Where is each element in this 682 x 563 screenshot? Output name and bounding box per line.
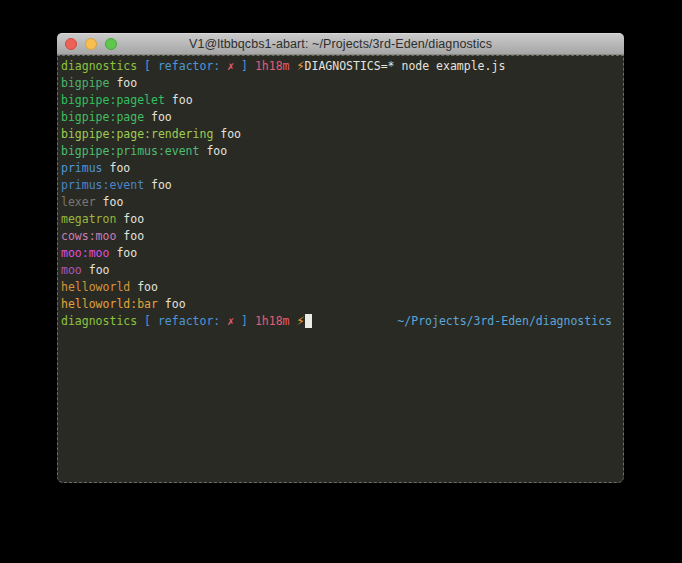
debug-line: cows:moo foo (61, 228, 620, 245)
debug-line: bigpipe:primus:event foo (61, 143, 620, 160)
debug-message: foo (165, 92, 193, 109)
prompt-line: diagnostics [ refactor: ✗ ] 1h18m ⚡~/Pro… (61, 313, 620, 330)
debug-message: foo (103, 160, 131, 177)
terminal-cursor (305, 314, 312, 328)
debug-message: foo (116, 211, 144, 228)
debug-message: foo (116, 228, 144, 245)
debug-line: helloworld foo (61, 279, 620, 296)
debug-line: bigpipe:page foo (61, 109, 620, 126)
lightning-bolt-icon: ⚡ (296, 58, 304, 75)
debug-namespace: helloworld (61, 279, 130, 296)
terminal-window: V1@ltbbqcbs1-abart: ~/Projects/3rd-Eden/… (57, 33, 624, 483)
debug-message: foo (96, 194, 124, 211)
debug-namespace: bigpipe:page:rendering (61, 126, 213, 143)
prompt-duration: 1h18m (255, 313, 297, 330)
prompt-dirty-mark: ✗ (227, 313, 234, 330)
terminal-screen[interactable]: diagnostics [ refactor: ✗ ] 1h18m ⚡DIAGN… (57, 55, 624, 483)
debug-namespace: lexer (61, 194, 96, 211)
prompt-bracket: ] (234, 313, 255, 330)
command-text: DIAGNOSTICS=* node example.js (305, 58, 506, 75)
prompt-dirty-mark: ✗ (227, 58, 234, 75)
lightning-bolt-icon: ⚡ (296, 313, 304, 330)
prompt-duration: 1h18m (255, 58, 297, 75)
prompt-project: diagnostics (61, 58, 137, 75)
traffic-lights (65, 34, 117, 54)
prompt-bracket: ] (234, 58, 255, 75)
debug-line: helloworld:bar foo (61, 296, 620, 313)
debug-message: foo (158, 296, 186, 313)
debug-line: bigpipe:page:rendering foo (61, 126, 620, 143)
debug-message: foo (144, 177, 172, 194)
debug-line: bigpipe:pagelet foo (61, 92, 620, 109)
prompt-branch: [ refactor: (137, 313, 227, 330)
debug-message: foo (199, 143, 227, 160)
debug-namespace: moo:moo (61, 245, 109, 262)
debug-message: foo (130, 279, 158, 296)
prompt-branch: [ refactor: (137, 58, 227, 75)
debug-line: megatron foo (61, 211, 620, 228)
debug-namespace: cows:moo (61, 228, 116, 245)
prompt-line: diagnostics [ refactor: ✗ ] 1h18m ⚡DIAGN… (61, 58, 620, 75)
debug-namespace: primus:event (61, 177, 144, 194)
debug-line: bigpipe foo (61, 75, 620, 92)
prompt-project: diagnostics (61, 313, 137, 330)
debug-namespace: bigpipe (61, 75, 109, 92)
debug-namespace: moo (61, 262, 82, 279)
zoom-button[interactable] (105, 38, 117, 50)
debug-namespace: primus (61, 160, 103, 177)
debug-namespace: bigpipe:primus:event (61, 143, 199, 160)
debug-message: foo (213, 126, 241, 143)
window-title: V1@ltbbqcbs1-abart: ~/Projects/3rd-Eden/… (189, 37, 492, 51)
minimize-button[interactable] (85, 38, 97, 50)
cwd-path: ~/Projects/3rd-Eden/diagnostics (397, 313, 612, 330)
debug-namespace: bigpipe:pagelet (61, 92, 165, 109)
debug-line: primus:event foo (61, 177, 620, 194)
debug-namespace: megatron (61, 211, 116, 228)
debug-message: foo (109, 75, 137, 92)
debug-line: moo:moo foo (61, 245, 620, 262)
debug-namespace: bigpipe:page (61, 109, 144, 126)
debug-line: lexer foo (61, 194, 620, 211)
debug-message: foo (82, 262, 110, 279)
debug-message: foo (144, 109, 172, 126)
debug-line: primus foo (61, 160, 620, 177)
debug-message: foo (109, 245, 137, 262)
debug-line: moo foo (61, 262, 620, 279)
debug-namespace: helloworld:bar (61, 296, 158, 313)
title-bar[interactable]: V1@ltbbqcbs1-abart: ~/Projects/3rd-Eden/… (57, 33, 624, 55)
close-button[interactable] (65, 38, 77, 50)
